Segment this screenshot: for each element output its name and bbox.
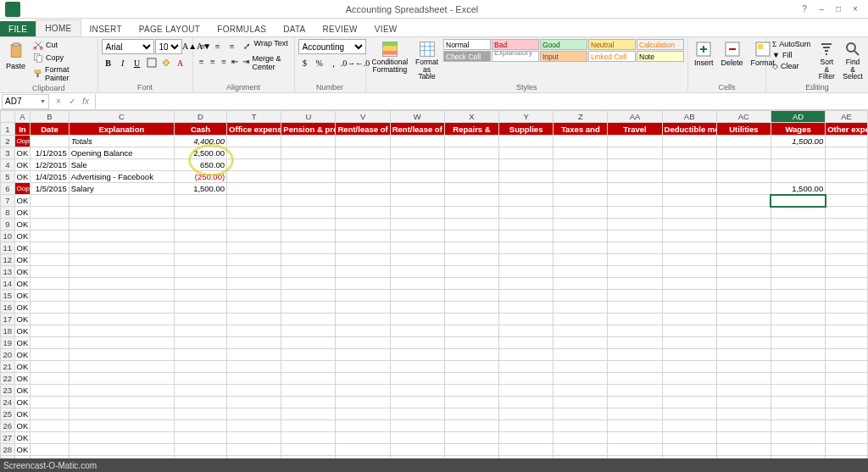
cell[interactable] [826, 147, 868, 159]
cell[interactable] [499, 207, 554, 219]
cell[interactable] [390, 195, 444, 207]
cell[interactable] [31, 337, 70, 349]
cell[interactable] [826, 385, 868, 397]
cell[interactable] [826, 397, 868, 408]
cell[interactable]: OK [14, 242, 31, 254]
cell[interactable] [174, 290, 226, 302]
cell[interactable] [716, 278, 771, 290]
cell[interactable]: 1/4/2015 [31, 171, 70, 183]
cell[interactable] [662, 183, 716, 195]
cell[interactable] [281, 373, 336, 385]
cell[interactable]: OK [14, 432, 31, 444]
cell[interactable] [499, 195, 554, 207]
cell[interactable] [499, 290, 554, 302]
bold-button[interactable]: B [102, 56, 115, 69]
cell[interactable] [554, 219, 608, 230]
cell[interactable] [69, 385, 174, 397]
cell[interactable] [336, 183, 390, 195]
cell[interactable] [716, 385, 771, 397]
col-header-Z[interactable]: Z [554, 111, 608, 123]
cell[interactable] [662, 195, 716, 207]
cell[interactable] [826, 219, 868, 230]
cell[interactable]: 1,500.00 [771, 183, 825, 195]
cell[interactable] [826, 337, 868, 349]
row-header-5[interactable]: 5 [1, 171, 15, 183]
header-cell[interactable]: Cash [174, 123, 226, 136]
cell[interactable] [662, 159, 716, 171]
cell[interactable] [281, 147, 336, 159]
cell[interactable] [444, 314, 498, 325]
row-header-13[interactable]: 13 [1, 266, 15, 278]
cell[interactable] [499, 373, 554, 385]
cell[interactable] [444, 136, 498, 147]
col-header-B[interactable]: B [31, 111, 70, 123]
row-header-18[interactable]: 18 [1, 325, 15, 337]
cell[interactable] [554, 408, 608, 420]
style-cell-input[interactable]: Input [540, 51, 587, 62]
cell[interactable] [336, 195, 390, 207]
cell[interactable] [499, 444, 554, 456]
cell[interactable] [390, 207, 444, 219]
align-center-button[interactable]: ≡ [208, 54, 218, 68]
cell[interactable] [336, 159, 390, 171]
cell[interactable] [608, 420, 662, 432]
cell[interactable] [444, 147, 498, 159]
tab-review[interactable]: REVIEW [314, 21, 366, 36]
header-cell[interactable]: Travel [608, 123, 662, 136]
cell[interactable]: Sale [69, 159, 174, 171]
cell[interactable] [608, 397, 662, 408]
cell[interactable] [608, 219, 662, 230]
cell[interactable] [608, 432, 662, 444]
cell[interactable] [69, 314, 174, 325]
cell[interactable] [826, 183, 868, 195]
cell[interactable] [444, 408, 498, 420]
cell[interactable] [390, 432, 444, 444]
cell[interactable] [716, 136, 771, 147]
cell[interactable] [227, 337, 281, 349]
col-header-T[interactable]: T [227, 111, 281, 123]
cell[interactable] [499, 254, 554, 266]
row-header-17[interactable]: 17 [1, 314, 15, 325]
cell[interactable] [336, 254, 390, 266]
cell[interactable] [716, 183, 771, 195]
cell[interactable] [499, 183, 554, 195]
cell[interactable] [554, 349, 608, 361]
cell[interactable] [662, 171, 716, 183]
cell[interactable]: OK [14, 349, 31, 361]
cell[interactable]: OK [14, 266, 31, 278]
underline-button[interactable]: U [131, 56, 144, 69]
decrease-indent-button[interactable]: ⇤ [230, 54, 240, 68]
col-header-A[interactable]: A [14, 111, 31, 123]
cell[interactable] [444, 290, 498, 302]
cell[interactable] [69, 420, 174, 432]
cell[interactable] [554, 266, 608, 278]
col-header-AB[interactable]: AB [662, 111, 716, 123]
cell[interactable]: OK [14, 159, 31, 171]
row-header-7[interactable]: 7 [1, 195, 15, 207]
cell[interactable] [771, 361, 825, 373]
cell[interactable] [336, 373, 390, 385]
cell[interactable] [826, 314, 868, 325]
cell[interactable] [826, 254, 868, 266]
cell[interactable] [499, 171, 554, 183]
cell[interactable] [499, 219, 554, 230]
cell[interactable] [390, 325, 444, 337]
cell[interactable] [336, 432, 390, 444]
cell[interactable] [662, 444, 716, 456]
tab-view[interactable]: VIEW [366, 21, 406, 36]
cell[interactable] [662, 254, 716, 266]
cell[interactable] [336, 385, 390, 397]
cell[interactable] [281, 183, 336, 195]
cell[interactable] [281, 278, 336, 290]
cell[interactable] [662, 361, 716, 373]
cell[interactable] [608, 325, 662, 337]
row-header-15[interactable]: 15 [1, 290, 15, 302]
cell[interactable] [499, 385, 554, 397]
cell[interactable] [390, 420, 444, 432]
cell[interactable] [336, 242, 390, 254]
cell[interactable] [336, 314, 390, 325]
header-cell[interactable]: In [14, 123, 31, 136]
col-header-V[interactable]: V [336, 111, 390, 123]
cell[interactable] [662, 349, 716, 361]
cell[interactable] [826, 195, 868, 207]
